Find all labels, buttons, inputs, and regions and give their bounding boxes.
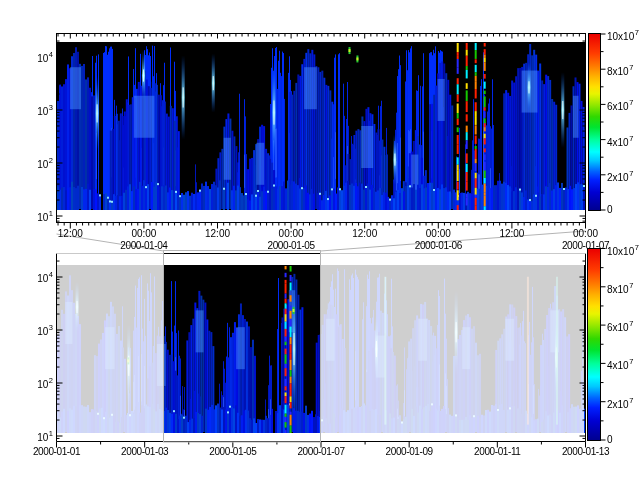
x-tick-label: 12:00 bbox=[198, 228, 238, 240]
x-tick-label: 00:00 bbox=[124, 228, 164, 240]
x-tick-label: 00:00 bbox=[418, 228, 458, 240]
y-tick-label: 101 bbox=[18, 209, 53, 224]
y-tick-label: 103 bbox=[18, 103, 53, 118]
x-tick-label: 00:00 bbox=[271, 228, 311, 240]
colorbar-tick-label: 8x107 bbox=[607, 63, 633, 78]
colorbar-tick-label: 4x107 bbox=[607, 134, 633, 149]
x-date-label: 2000-01-03 bbox=[117, 446, 173, 458]
colorbar-tick-label: 4x107 bbox=[607, 357, 633, 372]
axis-labels-layer: 12:0000:002000-01-0412:0000:002000-01-05… bbox=[0, 0, 640, 480]
x-date-label: 2000-01-13 bbox=[558, 446, 614, 458]
x-date-label: 2000-01-05 bbox=[263, 240, 319, 252]
x-date-label: 2000-01-04 bbox=[116, 240, 172, 252]
y-tick-label: 103 bbox=[18, 323, 53, 338]
colorbar-tick-label: 8x107 bbox=[607, 281, 633, 296]
y-tick-label: 101 bbox=[18, 429, 53, 444]
y-tick-label: 104 bbox=[18, 270, 53, 285]
colorbar-tick-label: 2x107 bbox=[607, 396, 633, 411]
y-tick-label: 102 bbox=[18, 156, 53, 171]
colorbar-tick-label: 6x107 bbox=[607, 98, 633, 113]
colorbar-tick-label: 6x107 bbox=[607, 319, 633, 334]
x-date-label: 2000-01-01 bbox=[29, 446, 85, 458]
x-date-label: 2000-01-06 bbox=[410, 240, 466, 252]
colorbar-tick-label: 10x107 bbox=[607, 28, 639, 43]
spectrogram-figure: 12:0000:002000-01-0412:0000:002000-01-05… bbox=[0, 0, 640, 480]
x-tick-label: 00:00 bbox=[566, 228, 606, 240]
colorbar-tick-label: 10x107 bbox=[607, 243, 639, 258]
x-date-label: 2000-01-11 bbox=[469, 446, 525, 458]
colorbar-tick-label: 0 bbox=[607, 434, 613, 446]
x-date-label: 2000-01-07 bbox=[293, 446, 349, 458]
y-tick-label: 104 bbox=[18, 50, 53, 65]
x-date-label: 2000-01-09 bbox=[381, 446, 437, 458]
x-tick-label: 12:00 bbox=[50, 228, 90, 240]
x-tick-label: 12:00 bbox=[492, 228, 532, 240]
x-date-label: 2000-01-05 bbox=[205, 446, 261, 458]
colorbar-tick-label: 2x107 bbox=[607, 169, 633, 184]
colorbar-tick-label: 0 bbox=[607, 204, 613, 216]
x-tick-label: 12:00 bbox=[345, 228, 385, 240]
y-tick-label: 102 bbox=[18, 376, 53, 391]
x-date-label: 2000-01-07 bbox=[558, 240, 614, 252]
